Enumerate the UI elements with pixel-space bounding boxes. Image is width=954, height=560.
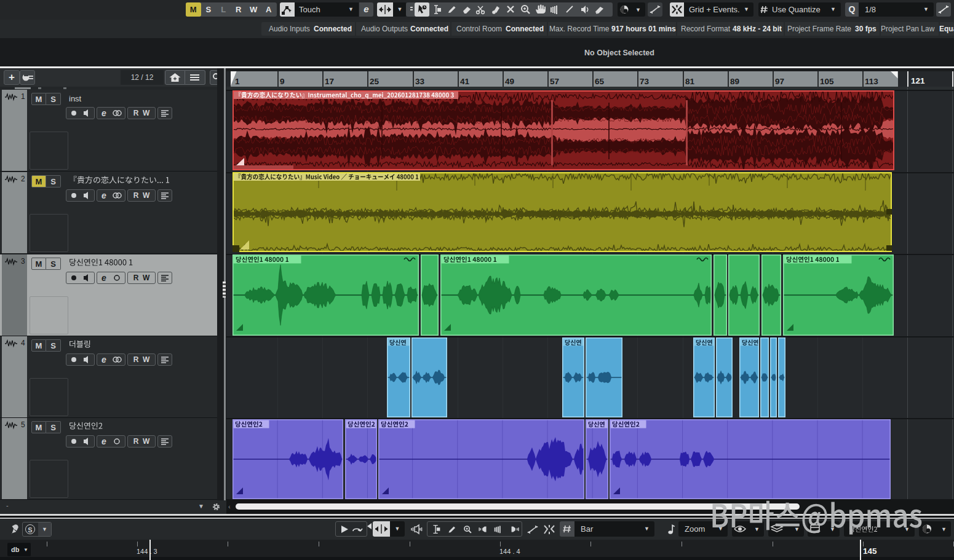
svg-text:e: e — [101, 273, 106, 283]
svg-text:e: e — [101, 355, 106, 365]
svg-text:e: e — [101, 191, 106, 200]
svg-text:e: e — [101, 108, 106, 118]
svg-text:e: e — [101, 436, 106, 446]
